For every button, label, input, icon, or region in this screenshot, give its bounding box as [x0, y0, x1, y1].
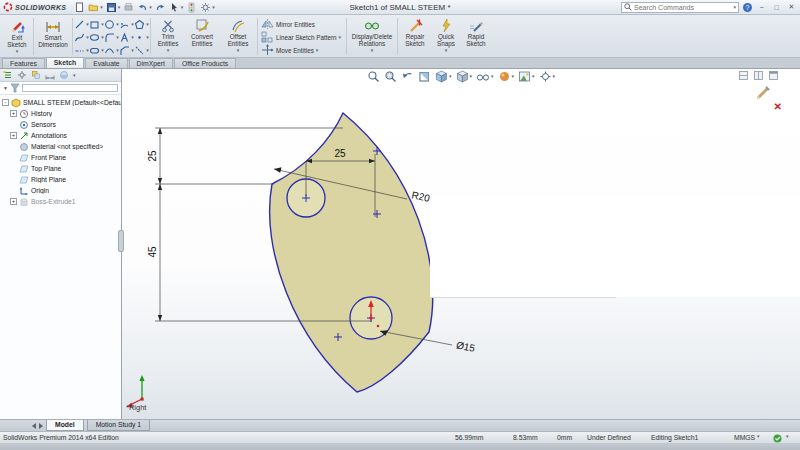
sketch-profile-shape[interactable] [270, 113, 433, 392]
close-button[interactable]: ✕ [786, 3, 797, 11]
collapse-toggle-icon[interactable]: - [2, 99, 9, 106]
tree-item-part-root[interactable]: - SMALL STEEM (Default<<Defau [2, 97, 121, 108]
print-button[interactable] [123, 2, 134, 13]
line-tool-button[interactable]: ▾ [74, 18, 89, 31]
caret-down-icon[interactable]: ▾ [757, 434, 760, 439]
text-tool-button[interactable]: ▾ [119, 31, 134, 44]
rapid-sketch-button[interactable]: Rapid Sketch [461, 16, 491, 57]
new-document-button[interactable] [74, 2, 85, 13]
exit-sketch-button[interactable]: Exit Sketch ▾ [2, 16, 32, 57]
dimxpert-manager-tab-icon[interactable] [45, 70, 55, 80]
display-style-button[interactable]: ▾ [455, 70, 472, 83]
dim-upper-height[interactable]: 25 [147, 150, 158, 162]
trim-entities-button[interactable]: Trim Entities ▾ [152, 16, 184, 57]
fillet-tool-button[interactable]: ▾ [104, 31, 119, 44]
tree-item-boss-extrude1[interactable]: + Boss-Extrude1 [2, 196, 121, 207]
filter-caret-icon[interactable]: ▼ [3, 85, 8, 91]
help-button[interactable]: ? [743, 3, 752, 12]
expand-toggle-icon[interactable]: + [10, 198, 17, 205]
tree-item-material[interactable]: Material <not specified> [2, 141, 121, 152]
display-delete-relations-button[interactable]: Display/Delete Relations ▾ [348, 16, 396, 57]
tab-scroll-left-icon[interactable] [32, 423, 36, 429]
tab-dimxpert[interactable]: DimXpert [129, 58, 173, 68]
feature-manager-tab-icon[interactable] [3, 70, 13, 80]
linear-sketch-pattern-button[interactable]: Linear Sketch Pattern ▾ [259, 31, 345, 43]
quick-snaps-button[interactable]: Quick Snaps ▾ [431, 16, 461, 57]
ellipse-tool-button[interactable]: ▾ [89, 31, 104, 44]
caret-right-icon[interactable]: ▾ [73, 73, 76, 78]
view-settings-button[interactable]: ▾ [539, 70, 556, 83]
rectangle-tool-button[interactable]: ▾ [89, 18, 104, 31]
units-selector[interactable]: MMGS [734, 434, 755, 441]
zoom-area-button[interactable] [384, 70, 397, 83]
tree-item-top-plane[interactable]: Top Plane [2, 163, 121, 174]
dim-radius[interactable]: R20 [411, 189, 432, 204]
maximize-button[interactable]: □ [771, 4, 782, 11]
construction-geometry-tool-button[interactable]: ▾ [134, 44, 149, 57]
viewport-split-icon[interactable] [739, 71, 748, 80]
section-view-button[interactable] [418, 70, 431, 83]
edit-appearance-button[interactable]: ▾ [498, 70, 515, 83]
tree-item-annotations[interactable]: + Annotations [2, 130, 121, 141]
viewport-maximize-icon[interactable] [769, 71, 778, 80]
arc-tool-button[interactable]: ▾ [119, 18, 134, 31]
zoom-fit-button[interactable] [367, 70, 380, 83]
status-ok-icon[interactable] [773, 434, 782, 443]
tree-item-front-plane[interactable]: Front Plane [2, 152, 121, 163]
three-point-arc-tool-button[interactable]: ▾ [104, 44, 119, 57]
tab-evaluate[interactable]: Evaluate [85, 58, 127, 68]
undo-button[interactable]: ▾ [137, 2, 152, 13]
move-entities-button[interactable]: Move Entities ▾ [259, 44, 345, 56]
centerline-tool-button[interactable]: ▾ [74, 44, 89, 57]
search-input[interactable] [634, 4, 731, 11]
cancel-sketch-button[interactable]: ✕ [774, 101, 782, 112]
previous-view-button[interactable] [401, 70, 414, 83]
minimize-button[interactable]: − [756, 4, 767, 11]
tab-model[interactable]: Model [46, 420, 84, 431]
hide-show-items-button[interactable]: ▾ [476, 70, 494, 83]
polygon-tool-button[interactable]: ▾ [134, 18, 149, 31]
property-manager-tab-icon[interactable] [17, 70, 27, 80]
spline-tool-button[interactable]: ▾ [74, 31, 89, 44]
tab-office-products[interactable]: Office Products [174, 58, 236, 68]
panel-splitter-handle[interactable] [118, 230, 124, 252]
tab-motion-study-1[interactable]: Motion Study 1 [87, 420, 150, 431]
viewport-restore-icon[interactable] [754, 71, 763, 80]
dim-lower-height[interactable]: 45 [147, 246, 158, 258]
tab-sketch[interactable]: Sketch [46, 57, 84, 68]
caret-down-icon[interactable]: ▾ [786, 434, 789, 439]
expand-toggle-icon[interactable]: + [10, 132, 17, 139]
tree-item-history[interactable]: + History [2, 108, 121, 119]
graphics-viewport[interactable]: 25 45 25 R20 Ø15 [122, 69, 800, 419]
display-manager-tab-icon[interactable] [59, 70, 69, 80]
mirror-entities-button[interactable]: Mirror Entities [259, 18, 345, 30]
dim-diameter[interactable]: Ø15 [455, 339, 476, 353]
search-commands-box[interactable]: ▾ [621, 2, 739, 13]
repair-sketch-button[interactable]: Repair Sketch [399, 16, 431, 57]
tree-item-right-plane[interactable]: Right Plane [2, 174, 121, 185]
select-button[interactable]: ▾ [169, 2, 184, 13]
redo-button[interactable] [155, 2, 166, 13]
open-document-button[interactable]: ▾ [88, 2, 103, 13]
apply-scene-button[interactable]: ▾ [518, 70, 535, 83]
tree-item-origin[interactable]: Origin [2, 185, 121, 196]
tab-features[interactable]: Features [2, 58, 45, 68]
rebuild-button[interactable] [186, 2, 197, 13]
chamfer-tool-button[interactable]: ▾ [119, 44, 134, 57]
expand-toggle-icon[interactable]: + [10, 110, 17, 117]
slot-tool-button[interactable]: ▾ [89, 44, 104, 57]
confirmation-corner[interactable] [754, 83, 772, 101]
smart-dimension-button[interactable]: Smart Dimension [35, 16, 71, 57]
convert-entities-button[interactable]: Convert Entities [184, 16, 220, 57]
circle-tool-button[interactable]: ▾ [104, 18, 119, 31]
tree-filter-input[interactable] [22, 84, 118, 92]
point-tool-button[interactable]: ▾ [134, 31, 149, 44]
offset-entities-button[interactable]: Offset Entities ▾ [220, 16, 256, 57]
view-orientation-button[interactable]: ▾ [435, 70, 452, 83]
tab-scroll-right-icon[interactable] [39, 423, 43, 429]
tree-item-sensors[interactable]: Sensors [2, 119, 121, 130]
dim-top-width[interactable]: 25 [334, 148, 346, 159]
save-button[interactable]: ▾ [106, 2, 121, 13]
configuration-manager-tab-icon[interactable] [31, 70, 41, 80]
options-button[interactable]: ▾ [200, 2, 215, 13]
